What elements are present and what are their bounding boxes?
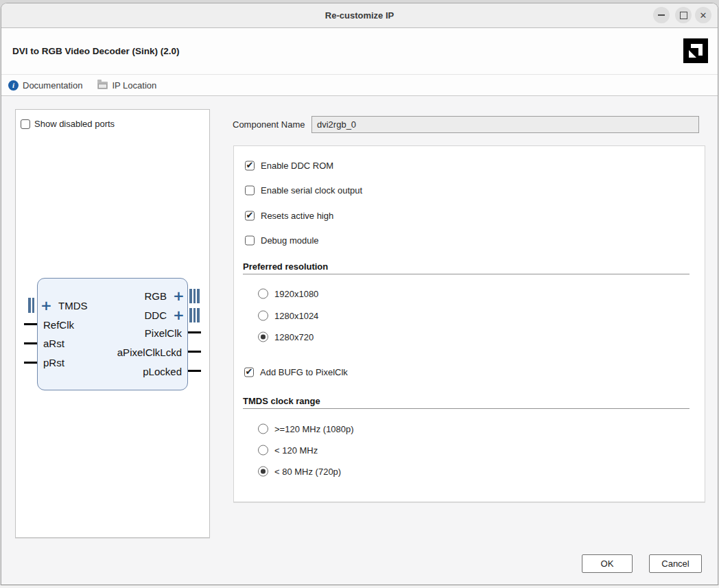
add-bufg-row[interactable]: Add BUFG to PixelClk: [244, 367, 348, 377]
show-disabled-ports-row[interactable]: Show disabled ports: [21, 119, 115, 129]
port-label-prst: pRst: [43, 357, 64, 368]
resolution-1280x1024-label: 1280x1024: [274, 311, 318, 321]
show-disabled-ports-label: Show disabled ports: [34, 119, 115, 129]
cancel-button[interactable]: Cancel: [649, 554, 702, 573]
background-window-sliver: [0, 585, 719, 588]
tmds-clock-range-title: TMDS clock range: [243, 396, 320, 406]
maximize-button[interactable]: [675, 7, 692, 23]
port-label-ddc: DDC: [145, 309, 167, 321]
refclk-stub-icon: [24, 323, 37, 325]
resolution-1280x1024-row[interactable]: 1280x1024: [258, 311, 318, 321]
add-bufg-checkbox[interactable]: [244, 367, 254, 377]
enable-serial-clock-checkbox[interactable]: [245, 185, 255, 195]
titlebar: Re-customize IP ✕: [1, 3, 718, 28]
documentation-label: Documentation: [23, 80, 82, 91]
dialog-header: DVI to RGB Video Decoder (Sink) (2.0): [1, 28, 718, 75]
resolution-1280x720-radio[interactable]: [258, 332, 268, 342]
info-circle-icon: i: [8, 80, 19, 91]
options-groupbox: Enable DDC ROM Enable serial clock outpu…: [233, 145, 705, 502]
tmds-lt80-label: < 80 MHz (720p): [274, 467, 341, 477]
port-label-refclk: RefClk: [43, 319, 74, 331]
tmds-lt120-row[interactable]: < 120 MHz: [258, 445, 318, 456]
debug-module-label: Debug module: [261, 235, 319, 246]
tmds-gte120-row[interactable]: >=120 MHz (1080p): [258, 424, 354, 434]
apixelclklckd-stub-icon: [188, 351, 201, 353]
component-name-label: Component Name: [233, 113, 305, 136]
minimize-button[interactable]: [653, 7, 670, 23]
rgb-expand-icon[interactable]: +: [173, 289, 185, 303]
tmds-expand-icon[interactable]: +: [40, 298, 52, 312]
enable-ddc-rom-row[interactable]: Enable DDC ROM: [245, 161, 333, 171]
resolution-1280x720-row[interactable]: 1280x720: [258, 332, 314, 342]
resets-active-high-label: Resets active high: [261, 211, 333, 221]
ip-location-link[interactable]: IP Location: [88, 80, 156, 91]
pixelclk-stub-icon: [188, 331, 201, 333]
ddc-bus-connector-icon: [189, 308, 200, 322]
enable-ddc-rom-checkbox[interactable]: [245, 161, 255, 170]
tmds-gte120-label: >=120 MHz (1080p): [274, 424, 354, 434]
port-label-arst: aRst: [43, 338, 64, 349]
ip-title: DVI to RGB Video Decoder (Sink) (2.0): [12, 28, 180, 74]
resolution-1920x1080-radio[interactable]: [258, 289, 268, 299]
cancel-button-label: Cancel: [661, 558, 689, 569]
resolution-1920x1080-row[interactable]: 1920x1080: [258, 289, 318, 299]
maximize-icon: [680, 12, 687, 19]
ip-location-label: IP Location: [112, 80, 156, 91]
tmds-lt120-label: < 120 MHz: [274, 445, 318, 456]
documentation-link[interactable]: i Documentation: [8, 80, 82, 91]
port-label-rgb: RGB: [144, 290, 167, 302]
minimize-icon: [658, 14, 665, 16]
debug-module-row[interactable]: Debug module: [245, 235, 319, 246]
tmds-gte120-radio[interactable]: [258, 424, 268, 434]
tmds-lt80-radio[interactable]: [258, 467, 268, 477]
window-title: Re-customize IP: [1, 3, 718, 27]
enable-serial-clock-row[interactable]: Enable serial clock output: [245, 185, 362, 196]
arst-stub-icon: [24, 342, 37, 344]
ok-button-label: OK: [601, 558, 614, 569]
preferred-resolution-title: Preferred resolution: [243, 261, 328, 272]
close-icon: ✕: [700, 11, 707, 20]
amd-logo-icon: [683, 38, 708, 63]
ddc-expand-icon[interactable]: +: [173, 308, 185, 322]
port-label-tmds: TMDS: [58, 300, 88, 311]
plocked-stub-icon: [188, 370, 201, 372]
component-name-input[interactable]: [311, 116, 699, 133]
block-preview-panel: Show disabled ports + TMDS RefClk aRst p…: [15, 109, 210, 538]
add-bufg-label: Add BUFG to PixelClk: [260, 367, 348, 377]
enable-serial-clock-label: Enable serial clock output: [261, 185, 362, 196]
show-disabled-ports-checkbox[interactable]: [21, 119, 30, 129]
ok-button[interactable]: OK: [582, 554, 633, 573]
dialog-toolbar: i Documentation IP Location: [1, 75, 718, 96]
resolution-1920x1080-label: 1920x1080: [274, 289, 318, 299]
tmds-clock-range-divider: [243, 408, 689, 409]
resets-active-high-row[interactable]: Resets active high: [245, 211, 333, 221]
resolution-1280x1024-radio[interactable]: [258, 311, 268, 321]
tmds-bus-connector-icon: [28, 298, 34, 313]
recustomize-ip-dialog: Re-customize IP ✕ DVI to RGB Video Decod…: [1, 3, 718, 585]
prst-stub-icon: [24, 362, 37, 364]
debug-module-checkbox[interactable]: [245, 235, 255, 245]
tmds-lt80-row[interactable]: < 80 MHz (720p): [258, 467, 341, 477]
preferred-resolution-divider: [243, 274, 689, 274]
port-label-plocked: pLocked: [143, 366, 182, 377]
rgb-bus-connector-icon: [189, 289, 200, 303]
port-label-pixelclk: PixelClk: [145, 327, 182, 339]
enable-ddc-rom-label: Enable DDC ROM: [261, 161, 333, 171]
port-label-apixelclklckd: aPixelClkLckd: [117, 346, 182, 358]
close-button[interactable]: ✕: [695, 7, 711, 23]
resets-active-high-checkbox[interactable]: [245, 211, 255, 220]
folder-icon: [97, 82, 108, 89]
resolution-1280x720-label: 1280x720: [274, 332, 314, 342]
tmds-lt120-radio[interactable]: [258, 445, 268, 456]
